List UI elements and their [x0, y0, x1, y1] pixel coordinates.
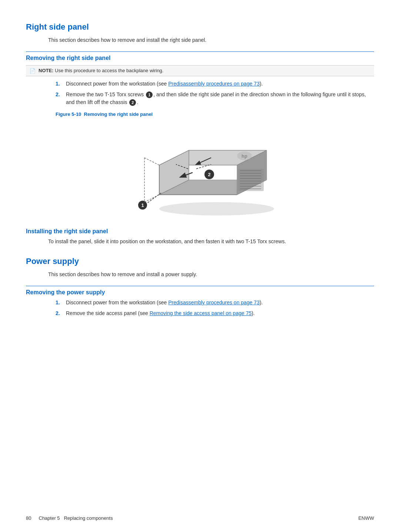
section-title-right-side-panel: Right side panel — [26, 22, 374, 32]
footer-left: 80 Chapter 5 Replacing components — [26, 515, 113, 521]
ps-step-2-content: Remove the side access panel (see Removi… — [66, 310, 374, 317]
footer-right: ENWW — [358, 515, 374, 521]
note-box: 📄 NOTE: Use this procedure to access the… — [26, 65, 374, 76]
page-footer: 80 Chapter 5 Replacing components ENWW — [26, 515, 374, 521]
step-num-2: 2. — [56, 91, 63, 106]
svg-line-28 — [144, 195, 159, 202]
svg-text:2: 2 — [208, 172, 210, 177]
svg-point-0 — [159, 202, 274, 215]
ps-step-num-2: 2. — [56, 310, 63, 317]
predisassembly-link-2[interactable]: Predisassembly procedures on page 73 — [168, 300, 260, 305]
step-1-remove: 1. Disconnect power from the workstation… — [56, 80, 374, 88]
subsection-title-installing-right-side-panel: Installing the right side panel — [26, 228, 374, 235]
svg-rect-5 — [238, 169, 264, 191]
svg-text:1: 1 — [141, 203, 144, 208]
removing-steps-list: 1. Disconnect power from the workstation… — [56, 80, 374, 106]
subsection-title-removing-right-side-panel: Removing the right side panel — [26, 51, 374, 61]
subsection-title-removing-power-supply: Removing the power supply — [26, 286, 374, 296]
svg-line-27 — [144, 158, 159, 165]
right-side-panel-intro: This section describes how to remove and… — [48, 36, 374, 44]
footer-chapter: Chapter 5 Replacing components — [39, 515, 113, 521]
badge-1: 1 — [146, 91, 153, 98]
predisassembly-link-1[interactable]: Predisassembly procedures on page 73 — [168, 81, 260, 87]
power-supply-steps-list: 1. Disconnect power from the workstation… — [56, 299, 374, 317]
note-text: NOTE: Use this procedure to access the b… — [39, 68, 163, 73]
figure-label: Figure 5-10 Removing the right side pane… — [56, 111, 374, 117]
chassis-illustration: hp 1 2 — [122, 121, 278, 221]
removing-side-access-panel-link[interactable]: Removing the side access panel on page 7… — [150, 310, 252, 316]
step-2-remove: 2. Remove the two T-15 Torx screws 1, an… — [56, 91, 374, 106]
ps-step-num-1: 1. — [56, 299, 63, 307]
ps-step-1-content: Disconnect power from the workstation (s… — [66, 299, 374, 307]
figure-number: Figure 5-10 — [56, 111, 81, 117]
section-title-power-supply: Power supply — [26, 257, 374, 266]
power-supply-intro: This section describes how to remove and… — [48, 271, 374, 278]
ps-step-2: 2. Remove the side access panel (see Rem… — [56, 310, 374, 317]
note-icon: 📄 — [30, 68, 36, 74]
step-2-content: Remove the two T-15 Torx screws 1, and t… — [66, 91, 374, 106]
step-num-1: 1. — [56, 80, 63, 88]
ps-step-1: 1. Disconnect power from the workstation… — [56, 299, 374, 307]
note-content: Use this procedure to access the backpla… — [55, 68, 163, 73]
badge-2: 2 — [129, 99, 136, 106]
svg-text:hp: hp — [241, 153, 247, 159]
installing-right-side-panel-text: To install the panel, slide it into posi… — [48, 238, 374, 245]
step-1-content: Disconnect power from the workstation (s… — [66, 80, 374, 88]
figure-chassis: hp 1 2 — [122, 121, 278, 221]
footer-page-number: 80 — [26, 515, 31, 521]
figure-caption: Removing the right side panel — [84, 111, 153, 117]
note-label: NOTE: — [39, 68, 53, 73]
